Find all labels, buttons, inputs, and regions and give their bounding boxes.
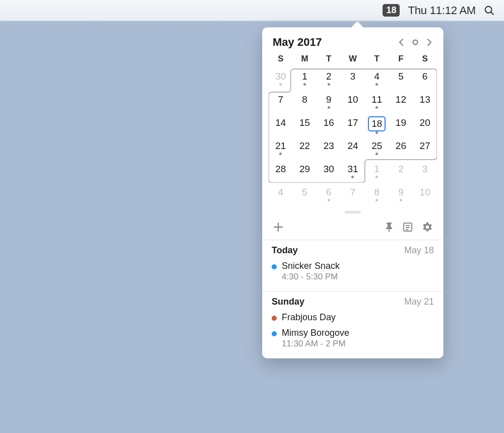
- event-time: 4:30 - 5:30 PM: [282, 272, 340, 282]
- calendar-grid: 3012345678910111213141516171819202122232…: [269, 67, 437, 206]
- add-event-button[interactable]: [273, 222, 284, 233]
- calendar-day[interactable]: 2: [389, 160, 413, 183]
- calendar-day[interactable]: 17: [341, 113, 365, 136]
- calendar-day[interactable]: 20: [413, 113, 437, 136]
- calendar-day[interactable]: 29: [293, 160, 317, 183]
- day-number: 12: [393, 93, 409, 106]
- calendar-day[interactable]: 9: [389, 183, 413, 206]
- calendar-day[interactable]: 2: [317, 67, 341, 90]
- agenda-day-label: Today: [272, 245, 298, 256]
- event-dot: [375, 153, 378, 155]
- calendar-day[interactable]: 31: [341, 160, 365, 183]
- calendar-day[interactable]: 21: [269, 136, 293, 160]
- menubar-clock[interactable]: Thu 11:12 AM: [408, 4, 476, 17]
- calendar-day[interactable]: 1: [365, 160, 389, 183]
- agenda-header: SundayMay 21: [272, 297, 434, 307]
- calendar-day[interactable]: 14: [269, 113, 293, 136]
- event-dot: [303, 83, 306, 86]
- agenda-section: TodayMay 18Snicker Snack4:30 - 5:30 PM: [263, 240, 443, 291]
- calendar-day[interactable]: 7: [341, 183, 365, 206]
- day-number: 16: [321, 116, 337, 129]
- day-number: 30: [321, 163, 337, 176]
- calendar-day[interactable]: 27: [413, 136, 437, 160]
- event-dot: [328, 106, 330, 109]
- day-number: 20: [417, 116, 433, 129]
- calendar-day[interactable]: 8: [365, 183, 389, 206]
- calendar-day[interactable]: 10: [341, 90, 365, 113]
- drag-handle[interactable]: [345, 211, 361, 213]
- day-number: 4: [370, 70, 384, 83]
- calendar-day[interactable]: 11: [365, 90, 389, 113]
- calendar-day[interactable]: 23: [317, 136, 341, 160]
- event-dot: [375, 131, 378, 134]
- day-number: 24: [345, 139, 360, 153]
- calendar-day[interactable]: 9: [317, 90, 341, 113]
- popover-arrow: [351, 21, 363, 28]
- svg-point-2: [413, 40, 418, 45]
- event-title: Mimsy Borogove: [282, 328, 349, 338]
- day-number: 1: [298, 70, 312, 83]
- weekday-label: W: [341, 54, 365, 64]
- agenda-list: TodayMay 18Snicker Snack4:30 - 5:30 PMSu…: [263, 240, 443, 358]
- notes-icon[interactable]: [403, 222, 413, 232]
- calendar-header: May 2017: [263, 28, 443, 54]
- calendar-day[interactable]: 30: [317, 160, 341, 183]
- calendar-nav: [398, 38, 433, 46]
- calendar-day[interactable]: 8: [293, 90, 317, 113]
- calendar-day[interactable]: 3: [413, 160, 437, 183]
- event-time: 11:30 AM - 2 PM: [282, 339, 349, 349]
- calendar-day[interactable]: 16: [317, 113, 341, 136]
- next-month-button[interactable]: [426, 38, 433, 46]
- day-number: 10: [345, 93, 360, 106]
- agenda-event[interactable]: Snicker Snack4:30 - 5:30 PM: [272, 259, 434, 285]
- day-number: 7: [346, 186, 360, 199]
- calendar-day[interactable]: 13: [413, 90, 437, 113]
- calendar-day[interactable]: 7: [269, 90, 293, 113]
- event-title: Frabjous Day: [282, 312, 336, 323]
- calendar-day[interactable]: 5: [389, 67, 413, 90]
- prev-month-button[interactable]: [398, 38, 405, 46]
- calendar-day[interactable]: 15: [293, 113, 317, 136]
- weekday-label: T: [365, 54, 389, 64]
- event-color-dot: [272, 264, 277, 269]
- calendar-day[interactable]: 19: [389, 113, 413, 136]
- calendar-day[interactable]: 18: [365, 113, 389, 136]
- calendar-popover: May 2017 SMTWTFS 30123456789101112131415…: [262, 27, 444, 358]
- calendar-day[interactable]: 22: [293, 136, 317, 160]
- calendar-day[interactable]: 26: [389, 136, 413, 160]
- day-number: 9: [394, 186, 408, 199]
- agenda-event[interactable]: Mimsy Borogove11:30 AM - 2 PM: [272, 326, 434, 352]
- today-button[interactable]: [412, 39, 419, 46]
- calendar-day[interactable]: 12: [389, 90, 413, 113]
- pin-icon[interactable]: [385, 222, 394, 232]
- agenda-event[interactable]: Frabjous Day: [272, 310, 434, 326]
- calendar-day[interactable]: 28: [269, 160, 293, 183]
- day-number: 18: [368, 116, 386, 131]
- weekday-label: T: [317, 54, 341, 64]
- day-number: 19: [393, 116, 409, 129]
- weekday-label: F: [389, 54, 413, 64]
- day-number: 28: [273, 163, 288, 176]
- settings-icon[interactable]: [422, 222, 433, 233]
- calendar-day[interactable]: 6: [317, 183, 341, 206]
- calendar-day[interactable]: 1: [293, 67, 317, 90]
- calendar-day[interactable]: 4: [269, 183, 293, 206]
- weekday-row: SMTWTFS: [263, 54, 443, 67]
- day-number: 3: [346, 70, 360, 83]
- calendar-day[interactable]: 30: [269, 67, 293, 90]
- menubar: 18 Thu 11:12 AM: [0, 0, 504, 21]
- calendar-day[interactable]: 4: [365, 67, 389, 90]
- calendar-day[interactable]: 10: [413, 183, 437, 206]
- calendar-day[interactable]: 6: [413, 67, 437, 90]
- calendar-day[interactable]: 25: [365, 136, 389, 160]
- day-number: 4: [274, 186, 288, 199]
- day-number: 6: [322, 186, 336, 199]
- search-icon[interactable]: [484, 5, 495, 16]
- calendar-day[interactable]: 5: [293, 183, 317, 206]
- calendar-day[interactable]: 24: [341, 136, 365, 160]
- menubar-date-badge[interactable]: 18: [383, 4, 400, 17]
- event-dot: [279, 83, 282, 86]
- day-number: 23: [321, 139, 337, 153]
- day-number: 30: [273, 70, 288, 83]
- calendar-day[interactable]: 3: [341, 67, 365, 90]
